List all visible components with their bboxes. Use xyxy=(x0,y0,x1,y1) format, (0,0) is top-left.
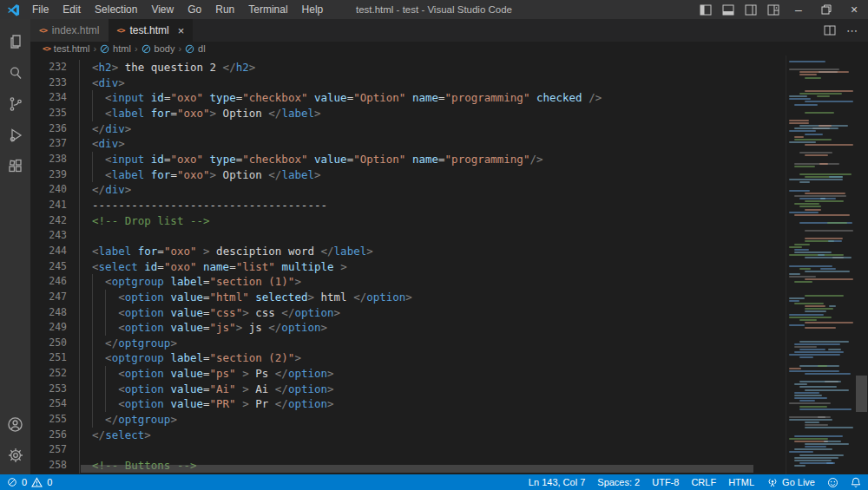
code-lines: 232 <h2> the question 2 </h2>233 <div>23… xyxy=(30,56,868,474)
toggle-secondary-sidebar-icon[interactable] xyxy=(740,0,762,19)
menu-run[interactable]: Run xyxy=(208,0,241,19)
code-line[interactable]: 254 <option value="PR" > Pr </option> xyxy=(30,396,868,412)
code-line[interactable]: 244 <label for="oxo" > desciption word <… xyxy=(30,244,868,259)
indent-guide xyxy=(105,382,106,397)
customize-layout-icon[interactable] xyxy=(762,0,785,19)
code-line[interactable]: 237 <div> xyxy=(30,136,868,152)
code-line[interactable]: 236 </div> xyxy=(30,121,868,137)
code-text: <!-- Drop list --> xyxy=(79,213,210,229)
indent-guide xyxy=(92,350,93,366)
tab-test.html[interactable]: <>test.html× xyxy=(108,19,194,42)
code-line[interactable]: 246 <optgroup label="section (1)"> xyxy=(30,274,868,290)
line-number: 252 xyxy=(30,366,67,382)
menu-bar: FileEditSelectionViewGoRunTerminalHelp xyxy=(25,0,330,19)
code-line[interactable]: 234 <input id="oxo" type="checkbox" valu… xyxy=(30,90,868,106)
run-and-debug-icon[interactable] xyxy=(0,120,30,151)
code-line[interactable]: 239 <label for="oxo"> Option </label> xyxy=(30,167,868,183)
error-count: 0 xyxy=(22,477,27,487)
indent-guide xyxy=(105,305,106,321)
line-number: 245 xyxy=(30,259,67,275)
code-line[interactable]: 243 xyxy=(30,228,868,244)
toggle-panel-icon[interactable] xyxy=(717,0,740,19)
menu-help[interactable]: Help xyxy=(295,0,331,19)
status-cursor-position[interactable]: Ln 143, Col 7 xyxy=(529,477,585,487)
status-indentation[interactable]: Spaces: 2 xyxy=(597,477,640,487)
extensions-icon[interactable] xyxy=(0,151,30,182)
code-line[interactable]: 249 <option value="js"> js </option> xyxy=(30,320,868,336)
code-editor[interactable]: 232 <h2> the question 2 </h2>233 <div>23… xyxy=(30,56,868,474)
menu-file[interactable]: File xyxy=(25,0,56,19)
code-line[interactable]: 251 <optgroup label="section (2)"> xyxy=(30,350,868,366)
line-number: 248 xyxy=(30,305,67,321)
horizontal-scrollbar-thumb[interactable] xyxy=(81,465,753,473)
code-text: </div> xyxy=(79,182,131,198)
status-eol[interactable]: CRLF xyxy=(691,477,716,487)
status-problems[interactable]: 0 0 xyxy=(7,477,52,487)
code-line[interactable]: 245 <select id="oxo" name="list" multipl… xyxy=(30,259,868,275)
vertical-scrollbar-thumb[interactable] xyxy=(856,376,867,412)
minimap[interactable] xyxy=(786,56,855,474)
indent-guide xyxy=(79,136,80,152)
broadcast-icon xyxy=(766,477,779,487)
source-control-icon[interactable] xyxy=(0,88,30,120)
code-line[interactable]: 250 </optgroup> xyxy=(30,336,868,351)
indent-guide xyxy=(79,152,80,167)
code-line[interactable]: 233 <div> xyxy=(30,75,868,91)
code-line[interactable]: 235 <label for="oxo"> Option </label> xyxy=(30,106,868,121)
restore-icon[interactable] xyxy=(812,0,840,19)
code-line[interactable]: 242 <!-- Drop list --> xyxy=(30,213,868,229)
minimize-icon[interactable]: – xyxy=(785,0,812,19)
line-number: 233 xyxy=(30,75,67,91)
status-language-mode[interactable]: HTML xyxy=(728,477,754,487)
breadcrumb-item-body[interactable]: body xyxy=(141,43,175,54)
menu-go[interactable]: Go xyxy=(181,0,208,19)
code-line[interactable]: 232 <h2> the question 2 </h2> xyxy=(30,60,868,75)
vertical-scrollbar[interactable] xyxy=(855,56,868,474)
status-feedback[interactable] xyxy=(827,477,838,488)
breadcrumb-item-dl[interactable]: dl xyxy=(185,43,206,54)
line-number: 258 xyxy=(30,458,67,474)
toggle-sidebar-icon[interactable] xyxy=(694,0,717,19)
code-line[interactable]: 240 </div> xyxy=(30,182,868,198)
horizontal-scrollbar[interactable] xyxy=(79,465,755,473)
breadcrumb-item-test.html[interactable]: <>test.html xyxy=(43,43,89,54)
search-icon[interactable] xyxy=(0,57,30,88)
close-tab-icon[interactable]: × xyxy=(178,25,185,36)
code-line[interactable]: 255 </optgroup> xyxy=(30,412,868,428)
code-text: <input id="oxo" type="checkbox" value="O… xyxy=(79,152,542,167)
code-text: <div> xyxy=(79,75,125,91)
code-line[interactable]: 238 <input id="oxo" type="checkbox" valu… xyxy=(30,152,868,167)
settings-icon[interactable] xyxy=(0,440,30,471)
code-text: <optgroup label="section (2)"> xyxy=(79,350,301,366)
code-text: <option value="Ai" > Ai </option> xyxy=(79,382,334,397)
code-line[interactable]: 248 <option value="css"> css </option> xyxy=(30,305,868,321)
code-line[interactable]: 241 ------------------------------------ xyxy=(30,198,868,213)
breadcrumb-item-html[interactable]: html xyxy=(100,43,131,54)
line-number: 249 xyxy=(30,320,67,336)
code-line[interactable]: 253 <option value="Ai" > Ai </option> xyxy=(30,382,868,397)
status-notifications[interactable] xyxy=(851,477,861,488)
code-text: <option value="css"> css </option> xyxy=(79,305,340,321)
menu-terminal[interactable]: Terminal xyxy=(241,0,294,19)
tab-index.html[interactable]: <>index.html xyxy=(30,19,108,42)
close-window-icon[interactable]: × xyxy=(840,0,868,19)
more-actions-icon[interactable]: ⋯ xyxy=(846,24,858,37)
breadcrumb-separator: › xyxy=(178,43,181,54)
feedback-icon xyxy=(827,477,838,488)
split-editor-icon[interactable] xyxy=(824,25,836,36)
menu-view[interactable]: View xyxy=(144,0,181,19)
menu-selection[interactable]: Selection xyxy=(88,0,144,19)
menu-edit[interactable]: Edit xyxy=(56,0,88,19)
status-go-live[interactable]: Go Live xyxy=(766,477,815,487)
code-line[interactable]: 252 <option value="ps" > Ps </option> xyxy=(30,366,868,382)
line-number: 241 xyxy=(30,198,67,213)
tabs: <>index.html<>test.html× xyxy=(30,19,193,42)
accounts-icon[interactable] xyxy=(0,408,30,440)
code-line[interactable]: 247 <option value="html" selected> html … xyxy=(30,290,868,305)
code-line[interactable]: 257 xyxy=(30,442,868,458)
bell-icon xyxy=(851,477,861,488)
breadcrumb-separator: › xyxy=(135,43,138,54)
explorer-icon[interactable] xyxy=(0,26,30,57)
status-encoding[interactable]: UTF-8 xyxy=(652,477,679,487)
code-line[interactable]: 256 </select> xyxy=(30,428,868,443)
